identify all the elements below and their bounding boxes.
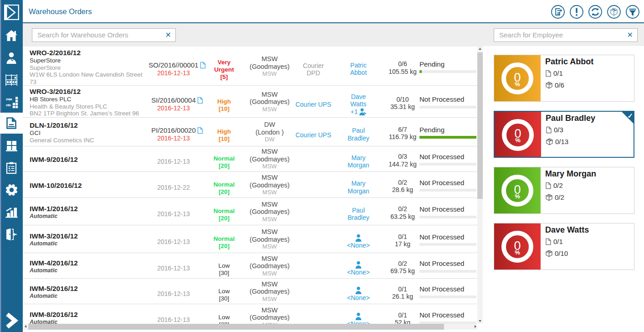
svg-text:min: min [6, 103, 11, 107]
svg-text:max: max [6, 97, 13, 101]
